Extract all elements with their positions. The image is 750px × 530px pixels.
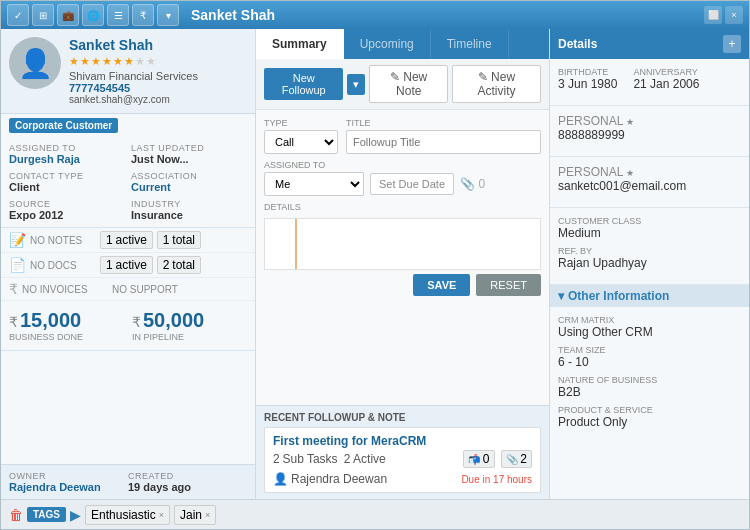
docs-active-badge: 1 active (100, 256, 153, 274)
person-icon-small: 👤 (273, 472, 288, 486)
close-btn[interactable]: × (725, 6, 743, 24)
details-group: DETAILS (264, 202, 541, 270)
save-button[interactable]: SAVE (413, 274, 470, 296)
other-info-toggle[interactable]: ▾ Other Information (550, 285, 749, 307)
title-controls: ⬜ × (704, 6, 743, 24)
avatar: 👤 (9, 37, 61, 89)
details-title: Details (558, 37, 597, 51)
docs-icon: 📄 (9, 257, 26, 273)
email: sanket.shah@xyz.com (69, 94, 247, 105)
title-input[interactable] (346, 130, 541, 154)
new-activity-button[interactable]: ✎ New Activity (452, 65, 541, 103)
star-7: ★ (135, 55, 145, 68)
tag-enthusiastic-close[interactable]: × (159, 510, 164, 520)
down-arrow-icon[interactable]: ▾ (157, 4, 179, 26)
tab-summary[interactable]: Summary (256, 29, 344, 59)
assigned-to-value[interactable]: Durgesh Raja (9, 153, 125, 165)
recent-item: First meeting for MeraCRM 2 Sub Tasks 2 … (264, 427, 541, 493)
details-header: Details + (550, 29, 749, 59)
new-followup-button[interactable]: New Followup (264, 68, 343, 100)
new-note-button[interactable]: ✎ New Note (369, 65, 448, 103)
industry-value: Insurance (131, 209, 247, 221)
subtasks-label: 2 Sub Tasks (273, 452, 338, 466)
title-bar: ✓ ⊞ 💼 🌐 ☰ ₹ ▾ Sanket Shah ⬜ × (1, 1, 749, 29)
personal-phone-row: Personal ★ 8888889999 (558, 114, 741, 142)
grid-icon[interactable]: ⊞ (32, 4, 54, 26)
recent-item-footer: 👤 Rajendra Deewan Due in 17 hours (273, 472, 532, 486)
tab-bar: Summary Upcoming Timeline (256, 29, 549, 59)
association-value[interactable]: Current (131, 181, 247, 193)
ref-by-value: Rajan Upadhyay (558, 256, 741, 270)
recent-section: RECENT FOLLOWUP & NOTE First meeting for… (256, 405, 549, 499)
team-size-value: 6 - 10 (558, 355, 741, 369)
tab-timeline[interactable]: Timeline (431, 29, 509, 59)
assigned-to-label: ASSIGNED TO (9, 143, 125, 153)
birthdate-value: 3 Jun 1980 (558, 77, 617, 91)
type-title-row: TYPE Call Email Meeting Task TITLE (264, 118, 541, 154)
business-done-cell: ₹ 15,000 BUSINESS DONE (9, 309, 124, 342)
notes-icon: 📝 (9, 232, 26, 248)
contact-type-value: Client (9, 181, 125, 193)
invoices-row: ₹ NO INVOICES NO SUPPORT (1, 278, 255, 301)
due-date-button[interactable]: Set Due Date (370, 173, 454, 195)
rupee-icon[interactable]: ₹ (132, 4, 154, 26)
details-add-button[interactable]: + (723, 35, 741, 53)
form-area: TYPE Call Email Meeting Task TITLE (256, 110, 549, 405)
pipeline-label: IN PIPELINE (132, 332, 247, 342)
notes-total-badge: 1 total (157, 231, 201, 249)
briefcase-icon[interactable]: 💼 (57, 4, 79, 26)
anniversary-cell: Anniversary 21 Jan 2006 (633, 67, 699, 91)
business-done-label: BUSINESS DONE (9, 332, 124, 342)
assignee-label: 👤 Rajendra Deewan (273, 472, 387, 486)
personal-email-value[interactable]: sanketc001@email.com (558, 179, 741, 193)
activity-icon: ✎ (478, 70, 488, 84)
title-label: TITLE (346, 118, 541, 128)
crm-window: ✓ ⊞ 💼 🌐 ☰ ₹ ▾ Sanket Shah ⬜ × 👤 Sanket S… (0, 0, 750, 530)
contact-type-label: CONTACT TYPE (9, 171, 125, 181)
tag-jain-close[interactable]: × (205, 510, 210, 520)
attachment-count-icon: 📎 0 (460, 177, 485, 191)
tags-label[interactable]: TAGS (27, 507, 66, 522)
birthdate-label: Birthdate (558, 67, 617, 77)
source-cell: SOURCE Expo 2012 (9, 199, 125, 221)
assigned-select[interactable]: Me (264, 172, 364, 196)
invoices-label: NO INVOICES (22, 284, 92, 295)
person-icon: 👤 (18, 47, 53, 80)
tag-arrow-icon[interactable]: ▶ (70, 507, 81, 523)
star-1: ★ (69, 55, 79, 68)
anniversary-label: Anniversary (633, 67, 699, 77)
docs-label: NO DOCS (30, 260, 100, 271)
list-icon[interactable]: ☰ (107, 4, 129, 26)
new-followup-dropdown[interactable]: ▾ (347, 74, 365, 95)
trash-icon[interactable]: 🗑 (9, 507, 23, 523)
birthdate-cell: Birthdate 3 Jun 1980 (558, 67, 617, 91)
main-content: 👤 Sanket Shah ★ ★ ★ ★ ★ ★ ★ ★ Shivam Fin… (1, 29, 749, 499)
birth-anniversary-section: Birthdate 3 Jun 1980 Anniversary 21 Jan … (550, 59, 749, 106)
collapse-icon: ▾ (558, 289, 564, 303)
personal-phone-value[interactable]: 8888889999 (558, 128, 741, 142)
product-label: Product & Service (558, 405, 741, 415)
type-select[interactable]: Call Email Meeting Task (264, 130, 338, 154)
star-8: ★ (146, 55, 156, 68)
phone[interactable]: 7777454545 (69, 82, 247, 94)
corporate-badge[interactable]: Corporate Customer (9, 118, 118, 133)
customer-class-label: Customer Class (558, 216, 741, 226)
globe-icon[interactable]: 🌐 (82, 4, 104, 26)
docs-total-badge: 2 total (157, 256, 201, 274)
owner-cell: OWNER Rajendra Deewan (9, 471, 128, 493)
team-size-label: Team Size (558, 345, 741, 355)
owner-value[interactable]: Rajendra Deewan (9, 481, 128, 493)
chart-line (295, 219, 297, 269)
tab-upcoming[interactable]: Upcoming (344, 29, 431, 59)
notes-label: NO NOTES (30, 235, 100, 246)
reset-button[interactable]: RESET (476, 274, 541, 296)
crm-matrix-row: CRM Matrix Using Other CRM (558, 315, 741, 339)
owner-row: OWNER Rajendra Deewan CREATED 19 days ag… (1, 464, 255, 499)
check-icon[interactable]: ✓ (7, 4, 29, 26)
company: Shivam Financial Services (69, 70, 247, 82)
recent-item-title[interactable]: First meeting for MeraCRM (273, 434, 532, 448)
badge-row: Corporate Customer (1, 114, 255, 137)
restore-btn[interactable]: ⬜ (704, 6, 722, 24)
star-4: ★ (102, 55, 112, 68)
due-badge: Due in 17 hours (461, 474, 532, 485)
